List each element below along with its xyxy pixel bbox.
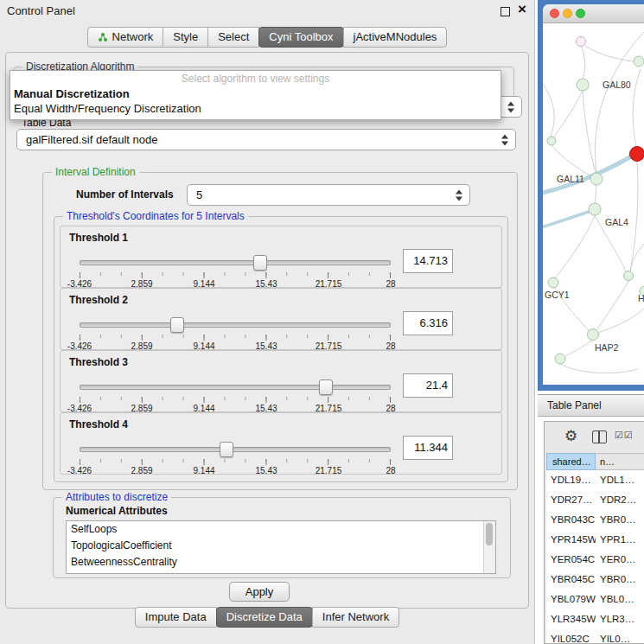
network-node[interactable] [548, 277, 558, 288]
slider-scale: -3.426 2.859 9.144 15.43 21.715 28 [80, 466, 391, 476]
cell[interactable]: YDR27… [546, 490, 596, 510]
number-of-intervals-spinner[interactable]: 5 [187, 184, 470, 206]
gear-icon[interactable]: ⚙ [564, 427, 577, 445]
tab-cyni-toolbox[interactable]: Cyni Toolbox [258, 27, 343, 48]
threshold-2-slider[interactable]: -3.426 2.859 9.144 15.43 21.715 28 [80, 315, 391, 348]
minimize-traffic-light-icon[interactable] [563, 9, 572, 18]
apply-button[interactable]: Apply [229, 582, 290, 602]
attributes-group: Attributes to discretize Numerical Attri… [53, 497, 511, 578]
table-header-row: shared… n… [546, 453, 644, 470]
table-row[interactable]: YLR345W YLR3… [546, 609, 644, 629]
table-row[interactable]: YBR043C YBR0… [546, 510, 644, 530]
cell[interactable]: YBL0… [596, 590, 644, 609]
network-node[interactable] [630, 147, 644, 162]
threshold-3-slider[interactable]: -3.426 2.859 9.144 15.43 21.715 28 [80, 377, 391, 410]
tab-label: Style [173, 30, 198, 43]
tab-impute-data[interactable]: Impute Data [135, 607, 217, 628]
network-node[interactable] [589, 203, 601, 215]
threshold-2-value-field[interactable]: 6.316 [403, 311, 453, 335]
slider-thumb[interactable] [253, 255, 267, 271]
cell[interactable]: YLR345W [546, 609, 596, 629]
threshold-4-slider[interactable]: -3.426 2.859 9.144 15.43 21.715 28 [80, 439, 391, 472]
algorithm-dropdown-popup: Select algorithm to view settings Manual… [10, 70, 501, 120]
tab-network[interactable]: Network [87, 27, 164, 48]
scrollbar-thumb[interactable] [486, 523, 493, 545]
threshold-label: Threshold 2 [69, 294, 128, 306]
cell[interactable]: YBR045C [546, 570, 596, 590]
list-item[interactable]: BetweennessCentrality [67, 554, 495, 571]
table-row[interactable]: YER054C YER0… [546, 550, 644, 570]
table-panel-titlebar[interactable]: Table Panel [538, 394, 644, 417]
cell[interactable]: YDR2… [596, 490, 644, 510]
cell[interactable]: YBL079W [546, 590, 596, 609]
network-node[interactable] [590, 173, 603, 185]
cell[interactable]: YBR043C [546, 510, 596, 530]
list-item[interactable]: SelfLoops [67, 521, 495, 538]
tab-infer-network[interactable]: Infer Network [312, 607, 399, 628]
tab-label: Discretize Data [226, 610, 303, 623]
table-row[interactable]: YDL19… YDL1… [546, 470, 644, 490]
tab-discretize-data[interactable]: Discretize Data [216, 607, 313, 628]
threshold-1-slider[interactable]: -3.426 2.859 9.144 15.43 21.715 28 [80, 252, 391, 285]
network-node-label: GAL4 [605, 217, 628, 227]
network-node[interactable] [577, 79, 589, 91]
cell[interactable]: YLR3… [596, 609, 644, 629]
table-row[interactable]: YIL052C YIL0… [546, 629, 644, 643]
scale-tick-label: -3.426 [67, 466, 92, 475]
attributes-scrollbar[interactable] [483, 521, 495, 573]
network-node[interactable] [588, 329, 599, 341]
dropdown-hint: Select algorithm to view settings [10, 71, 501, 86]
slider-ticks [80, 397, 391, 403]
tab-label: Infer Network [322, 610, 389, 623]
network-node[interactable] [555, 354, 565, 364]
checkbox-icons[interactable]: ☑☑ [615, 430, 634, 441]
network-node[interactable] [547, 137, 556, 145]
network-canvas[interactable]: GAL80GAL11GAL4GCY1H…HAP2 [543, 23, 644, 385]
network-node[interactable] [634, 56, 644, 67]
table-row[interactable]: YPR145W YPR1… [546, 530, 644, 550]
cell[interactable]: YDL19… [546, 470, 596, 490]
column-header-name[interactable]: n… [596, 453, 644, 470]
cell[interactable]: YPR145W [546, 530, 596, 550]
scale-tick-label: 2.859 [131, 466, 152, 475]
dropdown-option-manual-discretization[interactable]: Manual Discretization [10, 86, 501, 101]
tab-jactivemnodules[interactable]: jActiveMNodules [343, 27, 448, 48]
table-row[interactable]: YBR045C YBR0… [546, 570, 644, 590]
threshold-3-value-field[interactable]: 21.4 [403, 373, 453, 398]
dropdown-option-equal-width[interactable]: Equal Width/Frequency Discretization [10, 101, 501, 116]
slider-thumb[interactable] [170, 317, 184, 333]
close-traffic-light-icon[interactable] [550, 9, 559, 18]
close-icon[interactable]: × [518, 2, 526, 17]
table-row[interactable]: YDR27… YDR2… [546, 490, 644, 510]
zoom-traffic-light-icon[interactable] [576, 9, 585, 18]
list-item[interactable]: TopologicalCoefficient [67, 538, 495, 554]
threshold-4-value-field[interactable]: 11.344 [403, 436, 453, 460]
column-header-shared-name[interactable]: shared… [546, 453, 596, 470]
threshold-1-value-field[interactable]: 14.713 [403, 249, 453, 273]
cell[interactable]: YPR1… [596, 530, 644, 550]
network-node[interactable] [577, 37, 586, 47]
tab-label: Cyni Toolbox [269, 30, 333, 43]
cell[interactable]: YER054C [546, 550, 596, 570]
cell[interactable]: YBR0… [596, 570, 644, 590]
cell[interactable]: YIL052C [546, 629, 596, 643]
float-window-icon[interactable] [501, 7, 510, 16]
control-panel-window: Control Panel × Network Style Select Cyn… [0, 0, 535, 644]
threshold-2-box: Threshold 2 -3.426 2.859 9.144 15.43 21.… [60, 288, 502, 350]
network-node[interactable] [624, 271, 634, 281]
table-data-combobox[interactable]: galFiltered.sif default node [16, 129, 516, 150]
network-window: GAL80GAL11GAL4GCY1H…HAP2 [543, 4, 644, 385]
cell[interactable]: YDL1… [596, 470, 644, 490]
slider-thumb[interactable] [220, 442, 233, 457]
cell[interactable]: YER0… [596, 550, 644, 570]
tab-style[interactable]: Style [163, 27, 208, 48]
table-toolbar: ⚙ ☑☑ [545, 422, 644, 453]
tab-select[interactable]: Select [207, 27, 259, 48]
network-window-titlebar[interactable] [543, 4, 644, 23]
cell[interactable]: YBR0… [596, 510, 644, 530]
table-row[interactable]: YBL079W YBL0… [546, 590, 644, 609]
slider-track [80, 322, 391, 328]
slider-thumb[interactable] [319, 379, 333, 395]
columns-icon[interactable] [592, 430, 607, 443]
cell[interactable]: YIL0… [596, 629, 644, 643]
